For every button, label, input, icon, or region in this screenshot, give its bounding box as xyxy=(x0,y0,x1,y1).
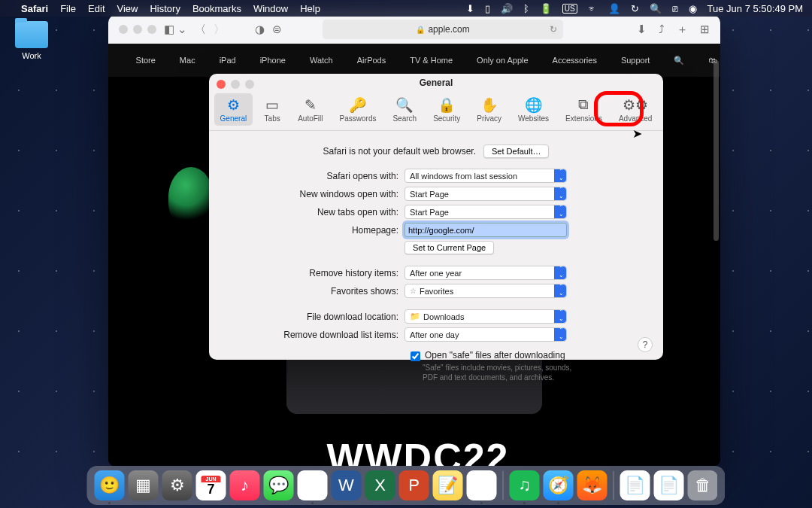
menu-bookmarks[interactable]: Bookmarks xyxy=(192,3,241,14)
sidebar-toggle-icon[interactable]: ◧ ⌄ xyxy=(164,23,187,36)
label-remove-history: Remove history items: xyxy=(232,268,404,278)
dock-excel[interactable]: X xyxy=(365,470,395,500)
help-button[interactable]: ? xyxy=(638,337,653,352)
tab-privacy[interactable]: ✋Privacy xyxy=(471,93,508,126)
dock-notes[interactable]: 📝 xyxy=(433,470,463,500)
user-icon[interactable]: 👤 xyxy=(608,3,620,14)
menu-history[interactable]: History xyxy=(150,3,180,14)
tab-passwords[interactable]: 🔑Passwords xyxy=(334,93,383,126)
label-download-location: File download location: xyxy=(232,312,404,322)
nav-only[interactable]: Only on Apple xyxy=(477,56,529,65)
select-opens-with[interactable]: All windows from last session xyxy=(404,169,567,183)
app-menu[interactable]: Safari xyxy=(21,3,48,14)
prefs-close[interactable] xyxy=(217,80,226,89)
nav-store[interactable]: Store xyxy=(136,56,156,65)
share-icon[interactable]: ⤴ xyxy=(659,23,665,37)
hero-graphic xyxy=(168,167,214,227)
dock-calendar[interactable]: JUN7 xyxy=(196,470,226,500)
nav-tvhome[interactable]: TV & Home xyxy=(410,56,453,65)
url-text: apple.com xyxy=(428,24,469,35)
url-bar[interactable]: 🔒 apple.com ↻ xyxy=(323,20,563,39)
dock-chrome[interactable]: ◉ xyxy=(298,470,328,500)
desktop-folder-work[interactable]: Work xyxy=(14,21,50,60)
select-remove-downloads[interactable]: After one day xyxy=(404,327,567,342)
nav-ipad[interactable]: iPad xyxy=(220,56,236,65)
set-current-page-button[interactable]: Set to Current Page xyxy=(404,241,494,254)
battery-icon[interactable]: 🔋 xyxy=(540,3,552,14)
dock-messages[interactable]: 💬 xyxy=(264,470,294,500)
reader-icon[interactable]: ⊜ xyxy=(272,23,282,36)
dock-safari[interactable]: 🧭 xyxy=(544,470,574,500)
menu-view[interactable]: View xyxy=(117,3,138,14)
dock-document-2[interactable]: 📄 xyxy=(654,470,684,500)
select-remove-history[interactable]: After one year xyxy=(404,266,567,280)
hero-title: WWDC22 xyxy=(319,430,509,467)
input-source[interactable]: US xyxy=(562,4,577,14)
window-zoom[interactable] xyxy=(147,25,156,34)
nav-mac[interactable]: Mac xyxy=(180,56,195,65)
siri-icon[interactable]: ◉ xyxy=(689,3,697,14)
control-center-icon[interactable]: ⎚ xyxy=(672,3,678,14)
set-default-button[interactable]: Set Default… xyxy=(483,144,549,158)
time-machine-icon[interactable]: ↻ xyxy=(631,3,639,14)
checkbox-open-safe[interactable] xyxy=(411,351,420,361)
dock-music[interactable]: ♪ xyxy=(230,470,260,500)
tab-overview-icon[interactable]: ⊞ xyxy=(700,23,710,37)
dock-settings[interactable]: ⚙ xyxy=(162,470,192,500)
dock-powerpoint[interactable]: P xyxy=(399,470,429,500)
select-new-tabs[interactable]: Start Page xyxy=(404,205,567,219)
device-icon[interactable]: ▯ xyxy=(485,3,490,14)
menu-file[interactable]: File xyxy=(60,3,76,14)
input-homepage[interactable] xyxy=(404,223,567,237)
forward-button[interactable]: 〉 xyxy=(214,23,225,37)
nav-iphone[interactable]: iPhone xyxy=(260,56,286,65)
spotlight-icon[interactable]: 🔍 xyxy=(650,3,662,14)
new-tab-icon[interactable]: ＋ xyxy=(677,23,688,37)
nav-airpods[interactable]: AirPods xyxy=(357,56,386,65)
nav-watch[interactable]: Watch xyxy=(310,56,333,65)
privacy-report-icon[interactable]: ◑ xyxy=(255,23,265,36)
dock-firefox[interactable]: 🦊 xyxy=(577,470,607,500)
tab-websites[interactable]: 🌐Websites xyxy=(512,93,555,126)
label-favorites: Favorites shows: xyxy=(232,286,404,297)
select-favorites[interactable]: ☆Favorites xyxy=(404,284,567,298)
dock-launchpad[interactable]: ▦ xyxy=(129,470,159,500)
bluetooth-icon[interactable]: ᛒ xyxy=(523,3,529,14)
dock-word[interactable]: W xyxy=(332,470,362,500)
downloads-icon[interactable]: ⬇ xyxy=(637,23,647,37)
dock-finder[interactable]: 🙂 xyxy=(95,470,125,500)
cursor-icon: ➤ xyxy=(632,126,642,141)
dock-document-1[interactable]: 📄 xyxy=(620,470,650,500)
dropbox-icon[interactable]: ⬇ xyxy=(466,3,474,14)
reload-icon[interactable]: ↻ xyxy=(550,24,557,35)
nav-search-icon[interactable]: 🔍 xyxy=(674,56,684,65)
nav-accessories[interactable]: Accessories xyxy=(553,56,597,65)
window-minimize[interactable] xyxy=(133,25,142,34)
dock-slack[interactable]: ✱ xyxy=(467,470,497,500)
scrollbar[interactable] xyxy=(714,60,719,241)
dock-spotify[interactable]: ♫ xyxy=(510,470,540,500)
prefs-zoom[interactable] xyxy=(245,80,254,89)
menu-edit[interactable]: Edit xyxy=(88,3,105,14)
prefs-title: General xyxy=(420,78,453,88)
nav-support[interactable]: Support xyxy=(621,56,650,65)
tab-search[interactable]: 🔍Search xyxy=(386,93,423,126)
menu-help[interactable]: Help xyxy=(300,3,320,14)
wifi-icon[interactable]: ᯤ xyxy=(588,3,598,14)
select-new-windows[interactable]: Start Page xyxy=(404,187,567,201)
dock-trash[interactable]: 🗑 xyxy=(688,470,718,500)
tab-autofill[interactable]: ✎AutoFill xyxy=(292,93,329,126)
prefs-minimize[interactable] xyxy=(231,80,240,89)
back-button[interactable]: 〈 xyxy=(195,23,206,37)
select-download-location[interactable]: 📁Downloads xyxy=(404,309,567,324)
tab-tabs[interactable]: ▭Tabs xyxy=(257,93,287,126)
datetime[interactable]: Tue Jun 7 5:50:49 PM xyxy=(707,3,803,14)
key-icon: 🔑 xyxy=(349,96,367,113)
tab-security[interactable]: 🔒Security xyxy=(427,93,466,126)
search-icon: 🔍 xyxy=(395,96,414,113)
tab-general[interactable]: ⚙General xyxy=(214,93,253,126)
prefs-titlebar: General xyxy=(209,74,663,90)
volume-icon[interactable]: 🔊 xyxy=(501,3,513,14)
window-close[interactable] xyxy=(119,25,128,34)
menu-window[interactable]: Window xyxy=(253,3,288,14)
